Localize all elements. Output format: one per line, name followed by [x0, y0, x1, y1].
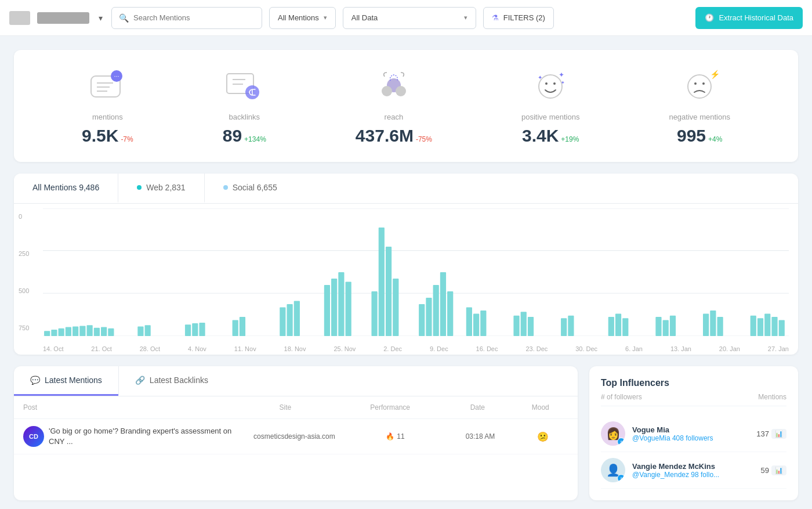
mentions-value: 9.5K -7%	[82, 126, 133, 146]
list-item: 👤 t Vangie Mendez McKins @Vangie_Mendez …	[601, 452, 786, 489]
positive-mentions-change: +19%	[561, 135, 579, 143]
influencer-handle: @VogueMia 408 followers	[632, 434, 749, 442]
svg-text:✦: ✦	[538, 74, 542, 81]
chevron-down-icon: ▾	[324, 14, 327, 21]
mention-mood: 😕	[517, 431, 568, 442]
svg-rect-43	[233, 320, 238, 337]
stat-mentions: ··· mentions 9.5K -7%	[82, 66, 133, 146]
svg-rect-51	[346, 282, 351, 337]
svg-rect-80	[764, 314, 770, 337]
svg-point-12	[382, 86, 392, 96]
svg-rect-78	[751, 316, 756, 336]
influencers-title: Top Influencers	[601, 378, 786, 388]
negative-mentions-icon: ⚡	[679, 66, 720, 108]
svg-rect-72	[655, 317, 661, 336]
list-item: 👩 t Vogue Mia @VogueMia 408 followers 13…	[601, 416, 786, 452]
top-bar: ▾ 🔍 All Mentions ▾ All Data ▾ ⚗ FILTERS …	[0, 0, 812, 36]
col-performance-header: Performance	[338, 403, 443, 411]
svg-rect-28	[44, 331, 50, 336]
mention-text: 'Go big or go home'? Branding expert's a…	[49, 426, 241, 447]
influencer-name: Vangie Mendez McKins	[632, 462, 754, 471]
svg-text:✦: ✦	[561, 80, 565, 85]
positive-mentions-label: positive mentions	[521, 113, 579, 121]
avatar: 👤 t	[601, 458, 625, 482]
x-axis-labels: 14. Oct 21. Oct 28. Oct 4. Nov 11. Nov 1…	[43, 345, 789, 352]
reach-value: 437.6M -75%	[356, 126, 432, 146]
influencer-name: Vogue Mia	[632, 425, 749, 434]
svg-rect-68	[568, 316, 574, 336]
stat-reach: reach 437.6M -75%	[356, 66, 432, 146]
svg-rect-55	[393, 279, 398, 336]
svg-rect-30	[59, 328, 64, 336]
svg-rect-49	[331, 279, 337, 336]
svg-point-16	[553, 82, 556, 85]
svg-rect-31	[66, 327, 71, 336]
mentions-col-header: Mentions	[758, 393, 786, 401]
all-mentions-dropdown[interactable]: All Mentions ▾	[269, 7, 336, 29]
svg-rect-53	[379, 228, 385, 336]
col-post-header: Post	[23, 403, 233, 411]
reach-label: reach	[385, 113, 404, 121]
bottom-section: 💬 Latest Mentions 🔗 Latest Backlinks Pos…	[14, 366, 798, 500]
mentions-change: -7%	[121, 135, 133, 143]
avatar: 👩 t	[601, 421, 625, 446]
svg-rect-67	[561, 318, 567, 336]
tab-all-mentions[interactable]: All Mentions 9,486	[14, 174, 118, 203]
svg-rect-60	[447, 291, 453, 336]
main-content: ··· mentions 9.5K -7%	[0, 36, 812, 509]
chart-section: All Mentions 9,486 Web 2,831 Social 6,65…	[14, 174, 798, 355]
extract-historical-button[interactable]: 🕐 Extract Historical Data	[695, 7, 803, 29]
svg-rect-41	[192, 323, 198, 336]
svg-rect-65	[521, 312, 527, 336]
tab-latest-backlinks[interactable]: 🔗 Latest Backlinks	[118, 366, 224, 396]
twitter-badge: t	[617, 438, 625, 446]
svg-rect-62	[473, 314, 479, 337]
svg-rect-52	[371, 291, 377, 336]
svg-rect-74	[670, 316, 676, 336]
col-mood-header: Mood	[513, 403, 568, 411]
logo	[9, 11, 30, 25]
svg-point-13	[396, 86, 406, 96]
mentions-backlinks-panel: 💬 Latest Mentions 🔗 Latest Backlinks Pos…	[14, 366, 578, 500]
stat-backlinks: backlinks 89 +134%	[223, 66, 266, 146]
svg-rect-64	[513, 316, 519, 336]
negative-mentions-change: +4%	[708, 135, 722, 143]
svg-rect-73	[663, 320, 669, 337]
reach-change: -75%	[416, 135, 432, 143]
clock-icon: 🕐	[705, 13, 714, 22]
svg-text:✦: ✦	[559, 71, 564, 79]
svg-rect-58	[433, 285, 439, 336]
all-data-dropdown[interactable]: All Data ▾	[343, 7, 476, 29]
svg-rect-69	[608, 317, 614, 336]
svg-rect-79	[757, 318, 763, 336]
tab-social[interactable]: Social 6,655	[204, 174, 296, 203]
count-badge: 📊	[771, 465, 786, 475]
svg-rect-45	[280, 308, 285, 337]
filter-icon: ⚗	[492, 13, 499, 22]
tab-web[interactable]: Web 2,831	[118, 174, 204, 203]
svg-rect-38	[137, 327, 143, 337]
table-header: Post Site Performance Date Mood	[14, 396, 578, 419]
influencer-mention-count: 137 📊	[756, 429, 786, 439]
svg-point-22	[702, 82, 705, 85]
filters-button[interactable]: ⚗ FILTERS (2)	[483, 7, 554, 29]
panel-tabs: 💬 Latest Mentions 🔗 Latest Backlinks	[14, 366, 578, 396]
svg-point-15	[545, 82, 548, 85]
svg-rect-33	[79, 326, 85, 336]
brand-dropdown-arrow[interactable]: ▾	[96, 14, 104, 22]
negative-mentions-value: 995 +4%	[677, 126, 722, 146]
tab-latest-mentions[interactable]: 💬 Latest Mentions	[14, 366, 118, 396]
web-dot	[137, 185, 142, 190]
chart-area: 750 500 250 0	[14, 204, 798, 355]
influencer-handle: @Vangie_Mendez 98 follo...	[632, 471, 754, 479]
chat-icon: 💬	[30, 376, 40, 385]
svg-rect-44	[240, 317, 245, 336]
svg-rect-81	[771, 317, 777, 336]
svg-rect-29	[51, 330, 57, 336]
svg-rect-66	[528, 317, 534, 336]
search-input[interactable]	[133, 13, 255, 22]
svg-rect-36	[101, 327, 107, 336]
influencer-mention-count: 59 📊	[761, 465, 786, 475]
svg-rect-61	[466, 308, 472, 337]
svg-rect-32	[72, 327, 78, 337]
